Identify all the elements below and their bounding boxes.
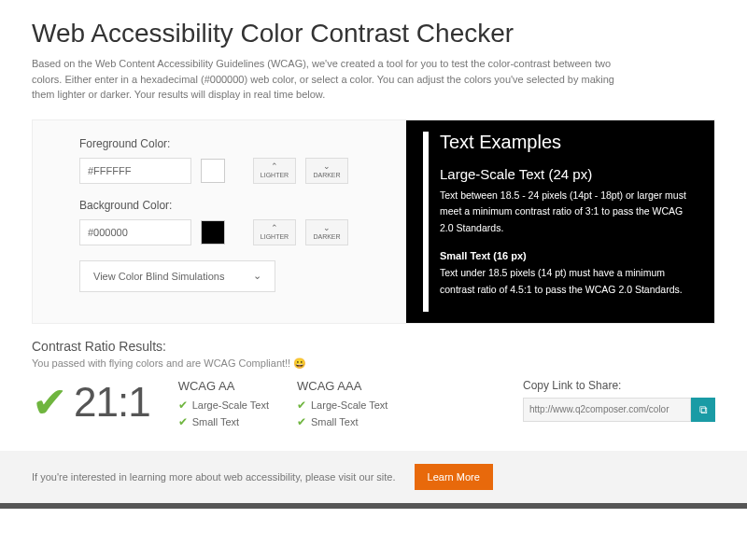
small-text-desc: Text under 18.5 pixels (14 pt) must have… [440, 265, 698, 299]
panel: Foreground Color: ⌃LIGHTER ⌄DARKER Backg… [32, 119, 715, 324]
large-text-desc: Text between 18.5 - 24 pixels (14pt - 18… [440, 188, 698, 238]
fg-swatch[interactable] [201, 159, 225, 183]
copy-icon: ⧉ [699, 403, 708, 416]
bg-label: Background Color: [79, 199, 388, 212]
large-text-heading: Large-Scale Text (24 px) [440, 166, 698, 182]
fg-input[interactable] [79, 158, 191, 184]
examples-title: Text Examples [440, 132, 698, 153]
bg-swatch[interactable] [201, 220, 225, 245]
share-url-input[interactable] [523, 398, 691, 422]
check-icon: ✔ [178, 415, 188, 428]
wcag-aa-col: WCAG AA ✔Large-Scale Text ✔Small Text [178, 379, 269, 432]
chevron-up-icon: ⌃ [271, 162, 278, 171]
smile-icon: 😀 [293, 357, 306, 369]
results-heading: Contrast Ratio Results: [32, 339, 715, 354]
wcag-aaa-col: WCAG AAA ✔Large-Scale Text ✔Small Text [297, 379, 388, 432]
chevron-down-icon: ⌄ [323, 162, 331, 171]
chevron-down-icon: ⌄ [253, 270, 261, 282]
check-icon: ✔ [297, 399, 306, 412]
colorblind-dropdown[interactable]: View Color Blind Simulations ⌄ [79, 260, 275, 292]
check-icon: ✔ [178, 399, 188, 412]
chevron-down-icon: ⌄ [323, 224, 331, 232]
examples-panel: Text Examples Large-Scale Text (24 px) T… [406, 120, 714, 323]
controls: Foreground Color: ⌃LIGHTER ⌄DARKER Backg… [33, 120, 406, 323]
bg-darker-button[interactable]: ⌄DARKER [305, 219, 348, 245]
footer: If you're interested in learning more ab… [0, 451, 747, 503]
fg-label: Foreground Color: [79, 137, 388, 150]
bg-input[interactable] [79, 219, 191, 245]
results-row: ✔ 21:1 WCAG AA ✔Large-Scale Text ✔Small … [32, 379, 715, 432]
accent-bar [423, 132, 429, 312]
intro-text: Based on the Web Content Accessibility G… [32, 56, 629, 103]
copy-button[interactable]: ⧉ [691, 398, 715, 422]
learn-more-button[interactable]: Learn More [415, 464, 493, 490]
page-title: Web Accessibility Color Contrast Checker [32, 19, 715, 49]
chevron-up-icon: ⌃ [271, 224, 278, 232]
ratio-value: 21:1 [74, 379, 150, 426]
check-icon: ✔ [297, 415, 306, 428]
results-message: You passed with flying colors and are WC… [32, 357, 715, 370]
small-text-heading: Small Text (16 px) [440, 250, 698, 261]
footer-text: If you're interested in learning more ab… [32, 471, 396, 483]
fg-lighter-button[interactable]: ⌃LIGHTER [253, 158, 296, 184]
fg-darker-button[interactable]: ⌄DARKER [305, 158, 348, 184]
bottom-strip [0, 503, 747, 509]
share-heading: Copy Link to Share: [523, 379, 715, 392]
bg-lighter-button[interactable]: ⌃LIGHTER [253, 219, 296, 245]
check-icon: ✔ [32, 381, 68, 424]
share-block: Copy Link to Share: ⧉ [523, 379, 715, 422]
